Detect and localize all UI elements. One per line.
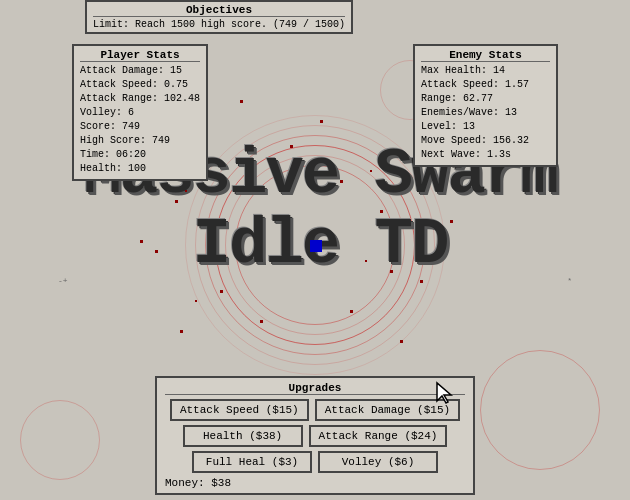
enemy-attack-speed: Attack Speed: 1.57 bbox=[421, 78, 550, 92]
objectives-panel: Objectives Limit: Reach 1500 high score.… bbox=[85, 0, 353, 34]
player-stats-title: Player Stats bbox=[80, 49, 200, 62]
upgrade-full-heal-button[interactable]: Full Heal ($3) bbox=[192, 451, 312, 473]
upgrade-attack-range-button[interactable]: Attack Range ($24) bbox=[309, 425, 448, 447]
player-stats-panel: Player Stats Attack Damage: 15 Attack Sp… bbox=[72, 44, 208, 181]
enemy-stats-title: Enemy Stats bbox=[421, 49, 550, 62]
upgrade-row-1: Attack Speed ($15) Attack Damage ($15) bbox=[165, 399, 465, 421]
enemy-per-wave: Enemies/Wave: 13 bbox=[421, 106, 550, 120]
objectives-content: Limit: Reach 1500 high score. (749 / 150… bbox=[93, 19, 345, 30]
enemy-range: Range: 62.77 bbox=[421, 92, 550, 106]
enemy-level: Level: 13 bbox=[421, 120, 550, 134]
stat-health: Health: 100 bbox=[80, 162, 200, 176]
upgrades-title: Upgrades bbox=[165, 382, 465, 395]
right-indicator: * bbox=[567, 276, 572, 285]
stat-volley: Volley: 6 bbox=[80, 106, 200, 120]
upgrades-panel: Upgrades Attack Speed ($15) Attack Damag… bbox=[155, 376, 475, 495]
upgrade-attack-damage-button[interactable]: Attack Damage ($15) bbox=[315, 399, 460, 421]
upgrade-row-3: Full Heal ($3) Volley ($6) bbox=[165, 451, 465, 473]
upgrade-health-button[interactable]: Health ($38) bbox=[183, 425, 303, 447]
enemy-move-speed: Move Speed: 156.32 bbox=[421, 134, 550, 148]
stat-high-score: High Score: 749 bbox=[80, 134, 200, 148]
enemy-stats-panel: Enemy Stats Max Health: 14 Attack Speed:… bbox=[413, 44, 558, 167]
enemy-max-health: Max Health: 14 bbox=[421, 64, 550, 78]
stat-attack-damage: Attack Damage: 15 bbox=[80, 64, 200, 78]
stat-attack-speed: Attack Speed: 0.75 bbox=[80, 78, 200, 92]
enemy-next-wave: Next Wave: 1.3s bbox=[421, 148, 550, 162]
upgrade-row-2: Health ($38) Attack Range ($24) bbox=[165, 425, 465, 447]
stat-time: Time: 06:20 bbox=[80, 148, 200, 162]
money-display: Money: $38 bbox=[165, 477, 465, 489]
upgrade-attack-speed-button[interactable]: Attack Speed ($15) bbox=[170, 399, 309, 421]
player-tower bbox=[310, 240, 322, 252]
stat-score: Score: 749 bbox=[80, 120, 200, 134]
left-indicator: -+ bbox=[58, 276, 68, 285]
objectives-title: Objectives bbox=[93, 4, 345, 17]
stat-attack-range: Attack Range: 102.48 bbox=[80, 92, 200, 106]
upgrade-volley-button[interactable]: Volley ($6) bbox=[318, 451, 438, 473]
